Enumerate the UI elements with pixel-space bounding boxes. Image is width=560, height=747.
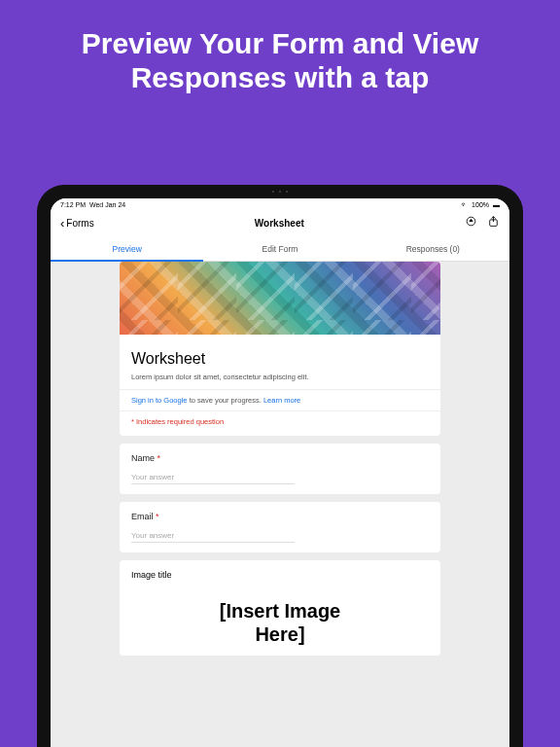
form-preview: Worksheet Lorem ipsum dolor sit amet, co… <box>51 262 509 747</box>
page-title: Worksheet <box>255 218 304 229</box>
name-input[interactable]: Your answer <box>131 473 295 484</box>
tab-edit-form[interactable]: Edit Form <box>203 237 356 261</box>
image-placeholder: [Insert Image Here] <box>131 599 429 646</box>
question-image: Image title [Insert Image Here] <box>120 560 440 656</box>
chevron-left-icon: ‹ <box>60 216 64 231</box>
required-asterisk: * <box>156 512 159 521</box>
learn-more-link[interactable]: Learn more <box>263 396 300 405</box>
form-description: Lorem ipsum dolor sit amet, consectetur … <box>131 373 429 381</box>
tab-preview[interactable]: Preview <box>51 237 203 261</box>
question-label: Email <box>131 512 154 521</box>
tablet-frame: 7:12 PM Wed Jan 24 ᯤ100%▬ ‹ Forms Worksh… <box>37 185 523 747</box>
form-title: Worksheet <box>131 350 429 368</box>
tab-bar: Preview Edit Form Responses (0) <box>51 237 509 262</box>
nav-bar: ‹ Forms Worksheet <box>51 209 509 237</box>
question-email: Email * Your answer <box>120 502 440 552</box>
question-name: Name * Your answer <box>120 444 440 494</box>
back-button[interactable]: ‹ Forms <box>60 216 94 231</box>
status-bar: 7:12 PM Wed Jan 24 ᯤ100%▬ <box>51 198 509 209</box>
email-input[interactable]: Your answer <box>131 531 295 543</box>
question-label: Name <box>131 453 155 463</box>
signin-link[interactable]: Sign in to Google <box>131 396 188 405</box>
settings-icon[interactable] <box>465 214 477 231</box>
required-asterisk: * <box>158 453 161 463</box>
image-title-label: Image title <box>131 570 429 580</box>
form-header-card: Worksheet Lorem ipsum dolor sit amet, co… <box>120 335 440 436</box>
screen: 7:12 PM Wed Jan 24 ᯤ100%▬ ‹ Forms Worksh… <box>51 198 509 747</box>
share-icon[interactable] <box>487 214 500 231</box>
tab-responses[interactable]: Responses (0) <box>357 237 509 261</box>
form-banner-image <box>120 262 440 335</box>
signin-prompt: Sign in to Google to save your progress.… <box>131 396 429 405</box>
required-indicator: * Indicates required question <box>131 417 429 426</box>
hero-headline: Preview Your Form and View Responses wit… <box>0 0 560 104</box>
